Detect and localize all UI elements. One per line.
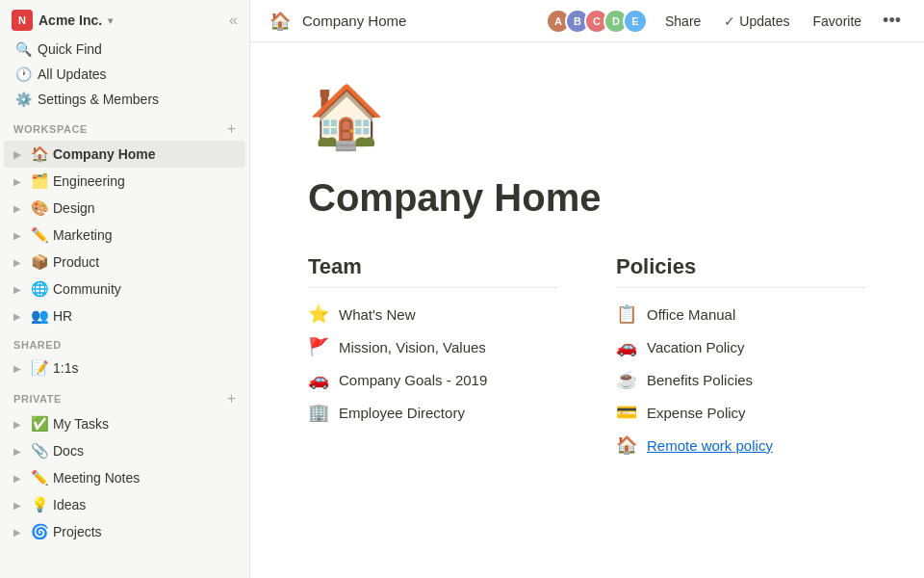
- sidebar-item-product[interactable]: ▶ 📦 Product: [4, 249, 245, 276]
- car-icon: 🚗: [308, 369, 329, 390]
- page-body: 🏠 Company Home Team ⭐ What's New 🚩 Missi…: [250, 42, 924, 578]
- checkmark-icon: ✓: [724, 13, 735, 29]
- more-options-button[interactable]: •••: [879, 7, 905, 35]
- policies-heading: Policies: [616, 254, 866, 288]
- arrow-icon: ▶: [13, 500, 27, 511]
- share-button[interactable]: Share: [659, 10, 706, 33]
- engineering-icon: 🗂️: [31, 172, 49, 190]
- team-heading: Team: [308, 254, 558, 288]
- gear-icon: ⚙️: [15, 92, 32, 107]
- sidebar-item-marketing[interactable]: ▶ ✏️ Marketing: [4, 222, 245, 249]
- add-workspace-item-button[interactable]: +: [227, 121, 236, 137]
- workspace-logo: N: [12, 10, 33, 31]
- product-icon: 📦: [31, 253, 49, 271]
- page-header-title: Company Home: [302, 13, 406, 29]
- workspace-name: Acme Inc.: [38, 13, 102, 28]
- sidebar-item-settings[interactable]: ⚙️ Settings & Members: [4, 87, 245, 112]
- house-icon: 🏠: [616, 434, 637, 456]
- ideas-icon: 💡: [31, 496, 49, 513]
- add-private-item-button[interactable]: +: [227, 391, 236, 407]
- favorite-button[interactable]: Favorite: [808, 10, 868, 33]
- card-icon: 💳: [616, 402, 637, 423]
- arrow-icon: ▶: [13, 257, 27, 268]
- arrow-icon: ▶: [13, 419, 27, 430]
- policies-list: 📋 Office Manual 🚗 Vacation Policy ☕ Bene…: [616, 303, 866, 456]
- main-content: 🏠 Company Home A B C D E Share ✓ Updates…: [250, 0, 924, 578]
- list-item[interactable]: ⭐ What's New: [308, 303, 558, 325]
- header-actions: A B C D E Share ✓ Updates Favorite •••: [552, 7, 905, 35]
- list-item[interactable]: 🚗 Vacation Policy: [616, 336, 866, 357]
- arrow-icon: ▶: [13, 527, 27, 538]
- list-item[interactable]: ☕ Benefits Policies: [616, 369, 866, 390]
- private-items: ▶ ✅ My Tasks ▶ 📎 Docs ▶ ✏️ Meeting Notes…: [0, 410, 249, 545]
- sidebar-item-docs[interactable]: ▶ 📎 Docs: [4, 437, 245, 464]
- sidebar-item-all-updates[interactable]: 🕐 All Updates: [4, 62, 245, 87]
- arrow-icon: ▶: [13, 473, 27, 484]
- list-item[interactable]: 🏢 Employee Directory: [308, 402, 558, 423]
- community-icon: 🌐: [31, 280, 49, 298]
- flag-icon: 🚩: [308, 336, 329, 357]
- page-title: Company Home: [308, 176, 866, 220]
- arrow-icon: ▶: [13, 363, 27, 374]
- star-icon: ⭐: [308, 303, 329, 325]
- sidebar-item-ideas[interactable]: ▶ 💡 Ideas: [4, 491, 245, 518]
- arrow-icon: ▶: [13, 203, 27, 214]
- content-columns: Team ⭐ What's New 🚩 Mission, Vision, Val…: [308, 254, 866, 456]
- sidebar-nav: 🔍 Quick Find 🕐 All Updates ⚙️ Settings &…: [0, 37, 249, 112]
- building-icon: 🏢: [308, 402, 329, 423]
- arrow-icon: ▶: [13, 311, 27, 322]
- list-item[interactable]: 💳 Expense Policy: [616, 402, 866, 423]
- marketing-icon: ✏️: [31, 226, 49, 244]
- clipboard-icon: 📋: [616, 303, 637, 325]
- list-item[interactable]: 🏠 Remote work policy: [616, 434, 866, 456]
- collapse-sidebar-button[interactable]: «: [229, 12, 238, 29]
- car-icon: 🚗: [616, 336, 637, 357]
- arrow-icon: ▶: [13, 284, 27, 295]
- sidebar-header: N Acme Inc. ▾ «: [0, 0, 249, 37]
- workspace-title[interactable]: N Acme Inc. ▾: [12, 10, 113, 31]
- hr-icon: 👥: [31, 307, 49, 325]
- sidebar-item-engineering[interactable]: ▶ 🗂️ Engineering: [4, 168, 245, 195]
- updates-button[interactable]: ✓ Updates: [718, 10, 795, 33]
- sidebar-item-design[interactable]: ▶ 🎨 Design: [4, 195, 245, 222]
- coffee-icon: ☕: [616, 369, 637, 390]
- shared-items: ▶ 📝 1:1s: [0, 355, 249, 381]
- home-icon: 🏠: [31, 145, 49, 163]
- tasks-icon: ✅: [31, 415, 49, 433]
- sidebar-item-1on1s[interactable]: ▶ 📝 1:1s: [4, 355, 245, 381]
- team-list: ⭐ What's New 🚩 Mission, Vision, Values 🚗…: [308, 303, 558, 423]
- page-cover-icon: 🏠: [308, 81, 866, 153]
- sidebar-item-my-tasks[interactable]: ▶ ✅ My Tasks: [4, 410, 245, 437]
- chevron-down-icon: ▾: [108, 15, 113, 26]
- arrow-icon: ▶: [13, 149, 27, 160]
- search-icon: 🔍: [15, 41, 32, 57]
- list-item[interactable]: 📋 Office Manual: [616, 303, 866, 325]
- team-column: Team ⭐ What's New 🚩 Mission, Vision, Val…: [308, 254, 558, 456]
- meeting-notes-icon: ✏️: [31, 469, 49, 486]
- projects-icon: 🌀: [31, 523, 49, 540]
- private-section-label: PRIVATE +: [0, 381, 249, 410]
- design-icon: 🎨: [31, 199, 49, 217]
- docs-icon: 📎: [31, 442, 49, 460]
- collaborator-avatars: A B C D E: [552, 9, 648, 34]
- workspace-items: ▶ 🏠 Company Home ▶ 🗂️ Engineering ▶ 🎨 De…: [0, 141, 249, 329]
- list-item[interactable]: 🚗 Company Goals - 2019: [308, 369, 558, 390]
- policies-column: Policies 📋 Office Manual 🚗 Vacation Poli…: [616, 254, 866, 456]
- avatar: E: [623, 9, 648, 34]
- sidebar-item-projects[interactable]: ▶ 🌀 Projects: [4, 518, 245, 545]
- workspace-section-label: WORKSPACE +: [0, 112, 249, 141]
- clock-icon: 🕐: [15, 66, 32, 82]
- arrow-icon: ▶: [13, 176, 27, 187]
- arrow-icon: ▶: [13, 230, 27, 241]
- sidebar-item-hr[interactable]: ▶ 👥 HR: [4, 302, 245, 329]
- list-item[interactable]: 🚩 Mission, Vision, Values: [308, 336, 558, 357]
- page-header: 🏠 Company Home A B C D E Share ✓ Updates…: [250, 0, 924, 42]
- shared-section-label: SHARED: [0, 329, 249, 355]
- sidebar: N Acme Inc. ▾ « 🔍 Quick Find 🕐 All Updat…: [0, 0, 250, 578]
- page-header-icon: 🏠: [270, 11, 291, 32]
- sidebar-item-quick-find[interactable]: 🔍 Quick Find: [4, 37, 245, 62]
- sidebar-item-meeting-notes[interactable]: ▶ ✏️ Meeting Notes: [4, 464, 245, 491]
- arrow-icon: ▶: [13, 446, 27, 457]
- sidebar-item-company-home[interactable]: ▶ 🏠 Company Home: [4, 141, 245, 168]
- sidebar-item-community[interactable]: ▶ 🌐 Community: [4, 276, 245, 302]
